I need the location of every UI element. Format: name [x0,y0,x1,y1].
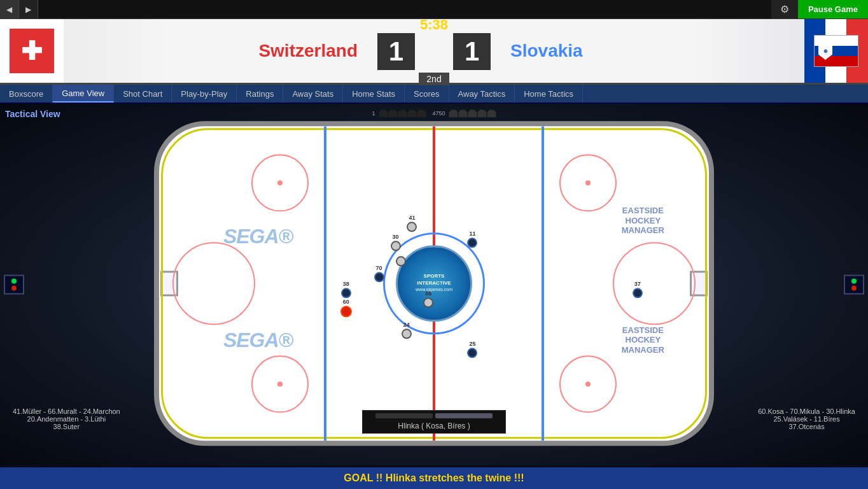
tab-boxscore[interactable]: Boxscore [0,85,53,103]
faceoff-circle-3 [559,154,617,211]
penalty-box-right [844,275,864,295]
penalty-box-left [4,275,24,295]
penalty-dot-red-left [11,286,17,291]
center-info-box: Hlinka ( Kosa, Bíres ) [362,410,506,434]
penalty-dot-green-right [851,279,857,284]
away-score: 1 [453,33,491,70]
nav-tabs: Boxscore Game View Shot Chart Play-by-Pl… [0,85,868,104]
scoreboard: ✚ Switzerland 5:38 1 1 2nd Slovakia [0,19,868,85]
player-24: 24 [402,322,412,339]
crease-right [613,242,696,325]
tab-homestats[interactable]: Home Stats [343,85,405,103]
tab-ratings[interactable]: Ratings [237,85,283,103]
tab-shotchart[interactable]: Shot Chart [114,85,172,103]
goal-message: GOAL !! Hlinka stretches the twine !!! [0,467,868,489]
crease-left [172,242,255,325]
home-lines: 41.Müller - 66.Muralt - 24.Marchon 20.An… [13,408,120,430]
center-logo: SPORTSINTERACTIVEwww.sigames.com [396,245,472,322]
faceoff-circle-2 [251,355,309,413]
rink-container: 1 4750 [154,121,714,446]
game-area: Tactical View 1 4750 [0,104,868,465]
sega-logo-bottom: SEGA® [223,329,293,352]
player-11: 11 [467,231,477,248]
tab-pbp[interactable]: Play-by-Play [172,85,237,103]
forward-button[interactable]: ▶ [19,0,38,18]
player-38: 38 [341,281,351,298]
back-button[interactable]: ◀ [0,0,19,18]
home-score: 1 [377,33,415,70]
faceoff-circle-4 [559,355,617,413]
blue-line-right [542,126,544,441]
home-flag: ✚ [0,19,64,83]
away-lines: 60.Kosa - 70.Mikula - 30.Hlinka 25.Valás… [758,408,855,430]
game-time: 5:38 [420,17,448,33]
settings-button[interactable]: ⚙ [771,0,798,18]
player-37: 37 [633,281,643,298]
tab-scores[interactable]: Scores [405,85,449,103]
center-info-text: Hlinka ( Kosa, Bíres ) [398,422,470,430]
hockey-rink: SPORTSINTERACTIVEwww.sigames.com SEGA® S… [154,121,714,446]
sega-logo-top: SEGA® [223,225,293,248]
tab-awaytactics[interactable]: Away Tactics [449,85,515,103]
tactical-view-label: Tactical View [5,109,60,119]
faceoff-circle-1 [251,154,309,211]
away-flag: ⊕ [804,19,868,83]
score-center: 5:38 1 1 2nd [370,17,498,85]
player-30: 30 [391,234,401,251]
player-20: 20 [396,250,406,267]
player-70: 70 [374,266,384,282]
penalty-dot-green-left [11,279,17,284]
penalty-dot-red-right [851,286,857,291]
tab-awaystats[interactable]: Away Stats [283,85,343,103]
away-team-name: Slovakia [498,41,804,61]
blue-line-left [324,126,326,441]
player-41: 41 [407,215,417,232]
player-66: 66 [423,291,433,308]
home-team-name: Switzerland [64,41,370,61]
ehm-logo-bottom: EASTSIDEHOCKEYMANAGER [622,325,664,355]
tab-hometactics[interactable]: Home Tactics [515,85,583,103]
pause-button[interactable]: Pause Game [798,0,868,18]
period: 2nd [419,73,449,85]
ehm-logo-top: EASTSIDEHOCKEYMANAGER [622,206,664,236]
player-25: 25 [467,341,477,358]
player-60: 60 [340,300,352,318]
tab-gameview[interactable]: Game View [53,85,114,103]
status-bar: GOAL !! Hlinka stretches the twine !!! [0,465,868,489]
